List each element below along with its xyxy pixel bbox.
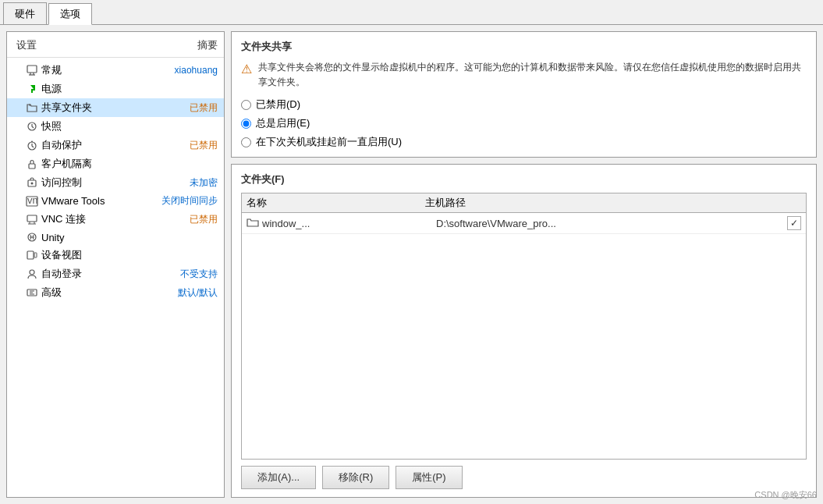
unity-icon — [26, 231, 38, 243]
folder-row-icon — [247, 217, 259, 229]
lock-icon — [26, 158, 38, 170]
vnc-icon — [26, 213, 38, 225]
tab-bar: 硬件 选项 — [0, 0, 823, 25]
shared-folders-label: 共享文件夹 — [41, 101, 92, 115]
content-area: 设置 摘要 常规 xiaohuang — [0, 25, 823, 504]
advanced-value: 默认/默认 — [178, 286, 218, 300]
radio-disabled-label: 已禁用(D) — [256, 98, 300, 112]
svg-rect-21 — [34, 253, 37, 257]
setting-snapshots[interactable]: 快照 — [7, 117, 224, 136]
radio-until-shutdown[interactable]: 在下次关机或挂起前一直启用(U) — [241, 135, 807, 149]
setting-device-view[interactable]: 设备视图 — [7, 246, 224, 264]
setting-auto-protect[interactable]: 自动保护 已禁用 — [7, 136, 224, 154]
svg-point-11 — [31, 183, 34, 185]
vmware-tools-label: VMware Tools — [41, 195, 105, 207]
vmware-icon: vm — [26, 195, 38, 208]
tab-hardware[interactable]: 硬件 — [3, 2, 47, 24]
add-button[interactable]: 添加(A)... — [241, 466, 316, 489]
setting-advanced[interactable]: 高级 默认/默认 — [7, 283, 224, 302]
vmware-tools-value: 关闭时间同步 — [161, 194, 218, 208]
radio-always-label: 总是启用(E) — [256, 116, 310, 130]
shared-folders-value: 已禁用 — [190, 101, 218, 115]
tab-options[interactable]: 选项 — [48, 3, 92, 25]
snapshots-label: 快照 — [41, 119, 62, 133]
remove-button[interactable]: 移除(R) — [322, 466, 389, 489]
summary-label: 摘要 — [197, 38, 218, 52]
setting-access-control[interactable]: 访问控制 未加密 — [7, 173, 224, 192]
radio-always-input[interactable] — [241, 119, 251, 129]
radio-always[interactable]: 总是启用(E) — [241, 116, 807, 130]
guest-isolation-label: 客户机隔离 — [41, 157, 92, 171]
checkmark-icon: ✓ — [790, 218, 798, 229]
folder-table-header: 名称 主机路径 — [242, 193, 806, 213]
warning-area: ⚠ 共享文件夹会将您的文件显示给虚拟机中的程序。这可能为您的计算机和数据带来风险… — [241, 60, 807, 90]
power-icon — [26, 83, 38, 95]
radio-until-shutdown-label: 在下次关机或挂起前一直启用(U) — [256, 135, 402, 149]
clock-icon — [26, 139, 38, 151]
svg-rect-0 — [27, 66, 37, 73]
left-panel: 设置 摘要 常规 xiaohuang — [6, 31, 225, 498]
folder-row-check[interactable]: ✓ — [787, 216, 801, 230]
access-control-label: 访问控制 — [41, 176, 82, 190]
setting-power[interactable]: 电源 — [7, 80, 224, 98]
setting-unity[interactable]: Unity — [7, 229, 224, 246]
advanced-label: 高级 — [41, 286, 62, 300]
setting-guest-isolation[interactable]: 客户机隔离 — [7, 154, 224, 173]
svg-marker-4 — [30, 85, 35, 93]
access-control-value: 未加密 — [190, 176, 218, 190]
svg-point-8 — [31, 141, 33, 143]
device-view-label: 设备视图 — [41, 248, 82, 262]
power-label: 电源 — [41, 82, 62, 96]
unity-label: Unity — [41, 232, 65, 243]
auto-login-label: 自动登录 — [41, 267, 82, 281]
setting-general[interactable]: 常规 xiaohuang — [7, 61, 224, 80]
setting-shared-folders[interactable]: 共享文件夹 已禁用 — [7, 98, 224, 117]
watermark: CSDN @晚安66 — [754, 489, 817, 501]
vnc-label: VNC 连接 — [41, 212, 86, 226]
warning-text: 共享文件夹会将您的文件显示给虚拟机中的程序。这可能为您的计算机和数据带来风险。请… — [258, 60, 807, 90]
settings-label: 设置 — [16, 38, 37, 52]
folder-row-path: D:\software\VMware_pro... — [436, 218, 784, 229]
svg-rect-9 — [29, 164, 35, 169]
col-name-header: 名称 — [247, 196, 425, 210]
auto-login-value: 不受支持 — [180, 268, 218, 281]
folder-sharing-section: 文件夹共享 ⚠ 共享文件夹会将您的文件显示给虚拟机中的程序。这可能为您的计算机和… — [231, 31, 817, 158]
svg-rect-14 — [27, 215, 37, 222]
svg-point-22 — [30, 270, 34, 275]
radio-group: 已禁用(D) 总是启用(E) 在下次关机或挂起前一直启用(U) — [241, 98, 807, 149]
vnc-value: 已禁用 — [190, 213, 218, 226]
shared-folder-icon — [26, 101, 38, 114]
settings-header: 设置 摘要 — [7, 37, 224, 54]
device-icon — [26, 249, 38, 261]
general-label: 常规 — [41, 63, 62, 77]
user-icon — [26, 268, 38, 280]
setting-auto-login[interactable]: 自动登录 不受支持 — [7, 264, 224, 283]
snapshot-icon — [26, 120, 38, 133]
folder-sharing-title: 文件夹共享 — [241, 40, 807, 54]
svg-rect-20 — [27, 251, 34, 259]
warning-icon: ⚠ — [241, 62, 252, 76]
auto-protect-label: 自动保护 — [41, 138, 82, 152]
general-value: xiaohuang — [175, 65, 218, 76]
auto-protect-value: 已禁用 — [190, 139, 218, 152]
col-path-header: 主机路径 — [425, 196, 782, 210]
radio-disabled[interactable]: 已禁用(D) — [241, 98, 807, 112]
svg-text:vm: vm — [27, 196, 38, 206]
folder-row-name: window_... — [262, 218, 436, 229]
access-icon — [26, 176, 38, 189]
setting-vnc[interactable]: VNC 连接 已禁用 — [7, 210, 224, 229]
radio-until-shutdown-input[interactable] — [241, 137, 251, 147]
setting-vmware-tools[interactable]: vm VMware Tools 关闭时间同步 — [7, 192, 224, 210]
folder-table: 名称 主机路径 window_... D:\software\VMware_pr… — [241, 193, 807, 460]
monitor-icon — [26, 64, 38, 76]
properties-button[interactable]: 属性(P) — [396, 466, 462, 489]
folder-list-title: 文件夹(F) — [241, 172, 807, 186]
advanced-icon — [26, 286, 38, 299]
radio-disabled-input[interactable] — [241, 100, 251, 110]
right-panel: 文件夹共享 ⚠ 共享文件夹会将您的文件显示给虚拟机中的程序。这可能为您的计算机和… — [231, 31, 817, 498]
folder-row[interactable]: window_... D:\software\VMware_pro... ✓ — [242, 213, 806, 234]
folder-list-section: 文件夹(F) 名称 主机路径 window_... D:\software\VM… — [231, 164, 817, 498]
folder-buttons: 添加(A)... 移除(R) 属性(P) — [241, 466, 807, 489]
